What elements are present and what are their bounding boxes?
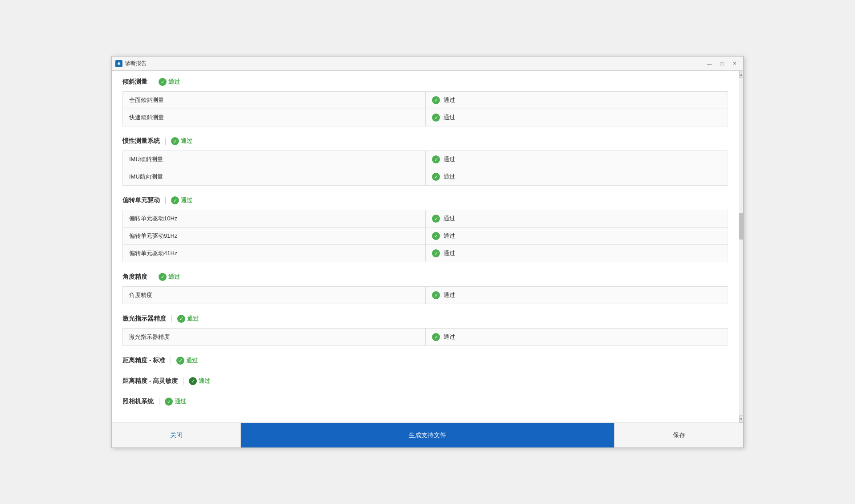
check-icon: ✓: [171, 196, 179, 204]
close-button[interactable]: 关闭: [112, 423, 241, 447]
app-icon: e: [115, 60, 122, 67]
section-deflect-header: 偏转单元驱动 ✓ 通过: [122, 196, 728, 206]
section-imu: 惯性测量系统 ✓ 通过 IMU倾斜测量 ✓ 通过: [122, 137, 728, 186]
section-angle: 角度精度 ✓ 通过 角度精度 ✓ 通过: [122, 273, 728, 304]
section-laser-status: ✓ 通过: [177, 315, 199, 323]
section-dist-sensitive-header: 距离精度 - 高灵敏度 ✓ 通过: [122, 377, 728, 387]
scrollbar[interactable]: ▲ ▼: [739, 71, 743, 423]
maximize-button[interactable]: □: [717, 59, 727, 68]
section-imu-title: 惯性测量系统: [122, 137, 160, 145]
check-icon: ✓: [432, 173, 440, 181]
pass-label: 通过: [175, 398, 186, 406]
status-text: 通过: [444, 291, 455, 299]
table-row: 偏转单元驱动41Hz ✓ 通过: [123, 245, 728, 262]
section-deflect: 偏转单元驱动 ✓ 通过 偏转单元驱动10Hz ✓ 通过: [122, 196, 728, 262]
table-row: IMU航向测量 ✓ 通过: [123, 168, 728, 186]
section-dist-sensitive: 距离精度 - 高灵敏度 ✓ 通过: [122, 377, 728, 387]
section-tilt-title: 倾斜测量: [122, 78, 147, 86]
row-status: ✓ 通过: [426, 287, 728, 304]
imu-table: IMU倾斜测量 ✓ 通过 IMU航向测量 ✓: [122, 150, 728, 186]
check-icon: ✓: [432, 291, 440, 299]
section-deflect-status: ✓ 通过: [171, 196, 192, 204]
section-laser: 激光指示器精度 ✓ 通过 激光指示器精度 ✓ 通过: [122, 315, 728, 346]
check-icon: ✓: [432, 96, 440, 104]
window-title: 诊断报告: [125, 60, 147, 67]
section-dist-standard-header: 距离精度 - 标准 ✓ 通过: [122, 357, 728, 366]
check-icon: ✓: [432, 155, 440, 163]
table-row: 角度精度 ✓ 通过: [123, 287, 728, 304]
section-laser-title: 激光指示器精度: [122, 315, 166, 323]
row-status: ✓ 通过: [426, 92, 728, 109]
check-icon: ✓: [176, 357, 184, 365]
divider: [171, 357, 171, 364]
section-tilt: 倾斜测量 ✓ 通过 全面倾斜测量 ✓ 通过: [122, 78, 728, 126]
check-icon: ✓: [171, 137, 179, 145]
scroll-thumb[interactable]: [739, 213, 743, 240]
tilt-table: 全面倾斜测量 ✓ 通过 快速倾斜测量 ✓: [122, 91, 728, 126]
table-row: 快速倾斜测量 ✓ 通过: [123, 109, 728, 126]
main-window: e 诊断报告 — □ ✕ 倾斜测量 ✓ 通过: [111, 56, 744, 448]
footer: 关闭 生成支持文件 保存: [112, 423, 743, 447]
section-camera-status: ✓ 通过: [165, 398, 186, 406]
section-dist-sensitive-title: 距离精度 - 高灵敏度: [122, 377, 178, 385]
scroll-up-arrow[interactable]: ▲: [739, 71, 744, 78]
section-dist-standard-title: 距离精度 - 标准: [122, 357, 165, 365]
save-button[interactable]: 保存: [614, 423, 743, 447]
row-name: 偏转单元驱动91Hz: [123, 228, 426, 245]
section-imu-header: 惯性测量系统 ✓ 通过: [122, 137, 728, 147]
divider: [165, 197, 166, 204]
row-name: 快速倾斜测量: [123, 109, 426, 126]
row-status: ✓ 通过: [426, 245, 728, 262]
content-area: 倾斜测量 ✓ 通过 全面倾斜测量 ✓ 通过: [112, 71, 739, 423]
divider: [183, 378, 183, 385]
section-deflect-title: 偏转单元驱动: [122, 196, 160, 204]
scroll-track[interactable]: [739, 78, 743, 415]
table-row: 偏转单元驱动91Hz ✓ 通过: [123, 228, 728, 245]
deflect-table: 偏转单元驱动10Hz ✓ 通过 偏转单元驱动91Hz ✓: [122, 210, 728, 262]
check-icon: ✓: [189, 377, 197, 385]
section-camera: 照相机系统 ✓ 通过: [122, 398, 728, 407]
row-status: ✓ 通过: [426, 168, 728, 186]
divider: [153, 78, 153, 85]
section-tilt-header: 倾斜测量 ✓ 通过: [122, 78, 728, 88]
row-status: ✓ 通过: [426, 210, 728, 228]
section-angle-status: ✓ 通过: [159, 273, 180, 281]
row-name: 角度精度: [123, 287, 426, 304]
status-text: 通过: [444, 333, 455, 341]
row-status: ✓ 通过: [426, 151, 728, 168]
row-name: 激光指示器精度: [123, 329, 426, 346]
generate-button[interactable]: 生成支持文件: [241, 423, 614, 447]
pass-label: 通过: [199, 377, 210, 385]
row-name: 偏转单元驱动41Hz: [123, 245, 426, 262]
check-icon: ✓: [159, 78, 167, 86]
pass-label: 通过: [168, 273, 180, 281]
close-button[interactable]: ✕: [729, 59, 740, 68]
status-text: 通过: [444, 215, 455, 223]
table-row: 偏转单元驱动10Hz ✓ 通过: [123, 210, 728, 228]
scroll-down-arrow[interactable]: ▼: [739, 415, 744, 423]
check-icon: ✓: [432, 333, 440, 341]
title-bar: e 诊断报告 — □ ✕: [112, 57, 743, 71]
section-angle-header: 角度精度 ✓ 通过: [122, 273, 728, 283]
table-row: 全面倾斜测量 ✓ 通过: [123, 92, 728, 109]
pass-label: 通过: [186, 357, 198, 365]
pass-label: 通过: [181, 137, 192, 145]
check-icon: ✓: [165, 398, 173, 406]
check-icon: ✓: [432, 215, 440, 223]
row-status: ✓ 通过: [426, 228, 728, 245]
section-dist-standard: 距离精度 - 标准 ✓ 通过: [122, 357, 728, 366]
row-name: 偏转单元驱动10Hz: [123, 210, 426, 228]
table-row: IMU倾斜测量 ✓ 通过: [123, 151, 728, 168]
section-camera-header: 照相机系统 ✓ 通过: [122, 398, 728, 407]
section-dist-standard-status: ✓ 通过: [176, 357, 198, 365]
title-bar-controls: — □ ✕: [704, 59, 740, 68]
minimize-button[interactable]: —: [704, 59, 715, 68]
angle-table: 角度精度 ✓ 通过: [122, 286, 728, 304]
check-icon: ✓: [432, 249, 440, 257]
section-camera-title: 照相机系统: [122, 398, 154, 406]
section-imu-status: ✓ 通过: [171, 137, 192, 145]
section-tilt-status: ✓ 通过: [159, 78, 180, 86]
status-text: 通过: [444, 173, 455, 181]
status-text: 通过: [444, 232, 455, 240]
status-text: 通过: [444, 96, 455, 104]
